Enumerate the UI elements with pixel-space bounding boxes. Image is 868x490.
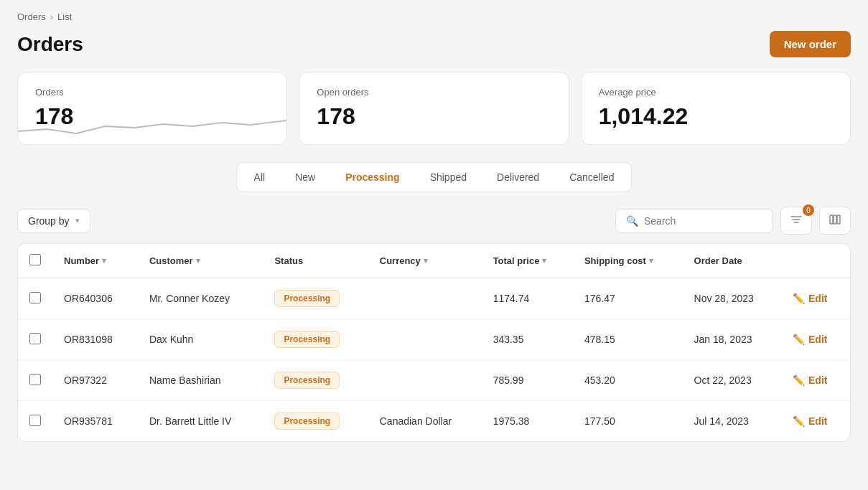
row-order-date: Oct 22, 2023	[683, 360, 781, 401]
svg-rect-3	[830, 215, 833, 224]
edit-button[interactable]: ✏️ Edit	[793, 293, 827, 304]
row-total-price: 1975.38	[482, 401, 573, 442]
row-checkbox-col	[18, 319, 52, 360]
breadcrumb-parent[interactable]: Orders	[17, 11, 46, 22]
row-edit-col: ✏️ Edit	[781, 319, 850, 360]
edit-button[interactable]: ✏️ Edit	[793, 334, 827, 345]
edit-label: Edit	[808, 334, 827, 345]
tab-delivered[interactable]: Delivered	[482, 166, 554, 189]
stat-card-open-orders: Open orders 178	[299, 72, 569, 145]
table-row: OR640306 Mr. Conner Kozey Processing 117…	[18, 278, 850, 319]
breadcrumb: Orders › List	[0, 0, 868, 28]
col-header-order-date: Order Date	[683, 244, 781, 278]
edit-label: Edit	[808, 415, 827, 427]
columns-button[interactable]	[819, 207, 851, 235]
edit-icon: ✏️	[793, 415, 805, 427]
page-title: Orders	[17, 33, 83, 56]
select-all-col	[18, 244, 52, 278]
row-customer: Name Bashirian	[138, 360, 263, 401]
row-checkbox-0[interactable]	[29, 292, 41, 303]
row-checkbox-col	[18, 401, 52, 442]
stat-card-orders: Orders 178	[17, 72, 287, 145]
select-all-checkbox[interactable]	[29, 254, 41, 265]
col-header-shipping-cost[interactable]: Shipping cost ▾	[573, 244, 683, 278]
page-header: Orders New order	[0, 28, 868, 72]
table-row: OR831098 Dax Kuhn Processing 343.35 478.…	[18, 319, 850, 360]
status-badge: Processing	[274, 372, 340, 389]
edit-button[interactable]: ✏️ Edit	[793, 374, 827, 386]
sort-icon-customer: ▾	[196, 256, 200, 265]
row-total-price: 1174.74	[482, 278, 573, 319]
row-id: OR640306	[52, 278, 138, 319]
chevron-down-icon: ▾	[75, 216, 80, 225]
row-total-price: 343.35	[482, 319, 573, 360]
tabs-container: All New Processing Shipped Delivered Can…	[236, 162, 633, 192]
orders-table: Number ▾ Customer ▾ Status Currency	[18, 244, 850, 441]
row-checkbox-1[interactable]	[29, 333, 41, 344]
row-shipping-cost: 453.20	[573, 360, 683, 401]
sort-icon-shipping-cost: ▾	[649, 256, 653, 265]
row-edit-col: ✏️ Edit	[781, 278, 850, 319]
edit-icon: ✏️	[793, 293, 805, 304]
col-header-total-price[interactable]: Total price ▾	[482, 244, 573, 278]
col-header-currency[interactable]: Currency ▾	[368, 244, 482, 278]
edit-label: Edit	[808, 374, 827, 386]
tab-shipped[interactable]: Shipped	[416, 166, 481, 189]
search-icon: 🔍	[626, 215, 638, 227]
row-order-date: Jan 18, 2023	[683, 319, 781, 360]
row-order-date: Nov 28, 2023	[683, 278, 781, 319]
row-edit-col: ✏️ Edit	[781, 360, 850, 401]
filter-button[interactable]: 0	[780, 207, 812, 235]
row-status: Processing	[263, 401, 368, 442]
svg-rect-4	[834, 215, 836, 224]
sort-icon-currency: ▾	[424, 256, 428, 265]
edit-button[interactable]: ✏️ Edit	[793, 415, 827, 427]
row-status: Processing	[263, 319, 368, 360]
stat-label-orders: Orders	[35, 87, 269, 98]
row-checkbox-2[interactable]	[29, 374, 41, 385]
col-header-customer[interactable]: Customer ▾	[138, 244, 263, 278]
tab-all[interactable]: All	[240, 166, 280, 189]
stat-label-open-orders: Open orders	[317, 87, 551, 98]
tabs-row: All New Processing Shipped Delivered Can…	[0, 162, 868, 192]
row-customer: Dr. Barrett Little IV	[138, 401, 263, 442]
status-badge: Processing	[274, 290, 340, 307]
row-customer: Mr. Conner Kozey	[138, 278, 263, 319]
row-order-date: Jul 14, 2023	[683, 401, 781, 442]
row-checkbox-col	[18, 360, 52, 401]
filter-icon	[790, 213, 803, 228]
row-status: Processing	[263, 278, 368, 319]
stats-row: Orders 178 Open orders 178 Average price…	[0, 72, 868, 162]
new-order-button[interactable]: New order	[770, 31, 851, 57]
table-row: OR97322 Name Bashirian Processing 785.99…	[18, 360, 850, 401]
stat-card-avg-price: Average price 1,014.22	[581, 72, 851, 145]
group-by-button[interactable]: Group by ▾	[17, 209, 90, 233]
status-badge: Processing	[274, 331, 340, 348]
stat-value-open-orders: 178	[317, 103, 551, 130]
breadcrumb-separator: ›	[50, 11, 53, 22]
search-input[interactable]	[644, 215, 762, 227]
row-checkbox-3[interactable]	[29, 415, 41, 426]
tab-new[interactable]: New	[281, 166, 330, 189]
row-status: Processing	[263, 360, 368, 401]
status-badge: Processing	[274, 413, 340, 430]
col-header-actions	[781, 244, 850, 278]
row-customer: Dax Kuhn	[138, 319, 263, 360]
columns-icon	[829, 213, 841, 228]
tab-cancelled[interactable]: Cancelled	[555, 166, 628, 189]
col-header-number[interactable]: Number ▾	[52, 244, 138, 278]
row-id: OR935781	[52, 401, 138, 442]
row-currency	[368, 278, 482, 319]
row-currency	[368, 360, 482, 401]
row-currency: Canadian Dollar	[368, 401, 482, 442]
edit-icon: ✏️	[793, 374, 805, 386]
search-box: 🔍	[615, 209, 773, 233]
toolbar: Group by ▾ 🔍 0	[0, 207, 868, 243]
row-shipping-cost: 177.50	[573, 401, 683, 442]
row-checkbox-col	[18, 278, 52, 319]
tab-processing[interactable]: Processing	[331, 166, 414, 189]
row-shipping-cost: 478.15	[573, 319, 683, 360]
col-header-status: Status	[263, 244, 368, 278]
row-shipping-cost: 176.47	[573, 278, 683, 319]
edit-label: Edit	[808, 293, 827, 304]
